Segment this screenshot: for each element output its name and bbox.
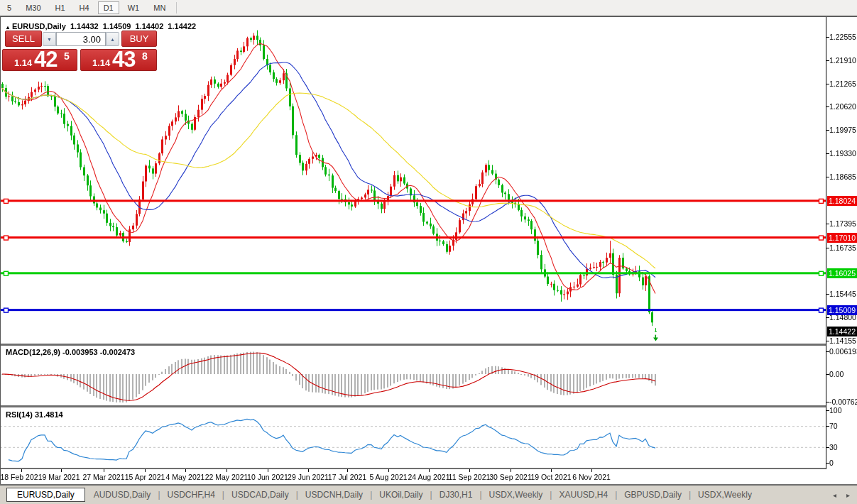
buy-price-fraction: 8 <box>142 50 148 62</box>
timeframe-button-mn[interactable]: MN <box>148 1 171 14</box>
symbol-tab-bar: EURUSD,DailyAUDUSD,Daily|USDCHF,H4|USDCA… <box>0 484 857 504</box>
tab-divider: | <box>293 490 301 500</box>
tab-divider: | <box>686 490 694 500</box>
collapse-triangle-icon[interactable]: ▴ <box>6 24 9 31</box>
date-tick-label: 19 Oct 2021 <box>530 473 571 481</box>
date-tick-label: 4 May 2021 <box>166 473 205 481</box>
date-tick-label: 5 Aug 2021 <box>369 473 407 481</box>
date-tick-label: 22 May 2021 <box>205 473 249 481</box>
rsi-axis-label: 30 <box>829 443 838 451</box>
tab-usdcad-daily[interactable]: USDCAD,Daily <box>227 488 293 501</box>
sell-price-fraction: 5 <box>64 50 70 62</box>
date-tick-label: 24 Aug 2021 <box>408 473 450 481</box>
volume-decrease-icon[interactable]: ▾ <box>43 32 56 46</box>
tab-divider: | <box>219 490 227 500</box>
date-tick-label: 30 Sep 2021 <box>489 473 532 481</box>
tab-usdcnh-daily[interactable]: USDCNH,Daily <box>301 488 367 501</box>
date-tick-label: 11 Sep 2021 <box>449 473 491 481</box>
tab-usdchf-h4[interactable]: USDCHF,H4 <box>163 488 219 501</box>
tab-ukoil-daily[interactable]: UKOil,Daily <box>375 488 427 501</box>
tab-audusd-daily[interactable]: AUDUSD,Daily <box>89 488 155 501</box>
rsi-axis-label: 0 <box>829 459 834 467</box>
macd-axis-label: 0.00 <box>829 370 844 378</box>
date-tick-label: 17 Jul 2021 <box>328 473 366 481</box>
tab-gbpusd-daily[interactable]: GBPUSD,Daily <box>620 488 686 501</box>
price-tick-label: 1.22555 <box>829 33 856 41</box>
date-tick-label: 18 Feb 2021 <box>1 473 43 481</box>
buy-price-pips: 43 <box>112 47 135 72</box>
price-level-badge: 1.18024 <box>827 196 857 206</box>
ohlc-low: 1.14402 <box>136 22 164 31</box>
volume-increase-icon[interactable]: ▴ <box>106 32 119 46</box>
date-tick-label: 6 Nov 2021 <box>572 473 611 481</box>
date-tick-label: 9 Mar 2021 <box>42 473 80 481</box>
date-tick-label: 27 Mar 2021 <box>83 473 125 481</box>
date-tick-label: 29 Jun 2021 <box>288 473 329 481</box>
price-tick-label: 1.19330 <box>829 149 856 158</box>
trading-platform-window: 5M30H1H4D1W1MN ▴EURUSD,Daily 1.14432 1.1… <box>0 0 857 504</box>
toolbar-separator <box>176 2 177 13</box>
macd-axis-label: -0.007621 <box>829 398 857 406</box>
timeframe-button-h1[interactable]: H1 <box>50 1 71 14</box>
volume-input[interactable] <box>56 32 106 46</box>
tab-usdx-weekly[interactable]: USDX,Weekly <box>485 488 547 501</box>
tab-divider: | <box>427 490 435 500</box>
macd-axis-label: 0.006193 <box>829 347 857 356</box>
tab-scroll-right-icon[interactable]: ▸ <box>846 491 850 499</box>
timeframe-button-m30[interactable]: M30 <box>20 1 46 14</box>
chart-symbol-label: EURUSD,Daily <box>12 22 66 31</box>
price-level-badge: 1.16025 <box>827 268 857 278</box>
chart-title: ▴EURUSD,Daily 1.14432 1.14509 1.14402 1.… <box>6 22 198 31</box>
rsi-axis-label: 70 <box>829 422 838 430</box>
price-tick-label: 1.19975 <box>829 126 856 134</box>
macd-indicator-label: MACD(12,26,9) -0.003953 -0.002473 <box>6 348 135 356</box>
tab-divider: | <box>367 490 375 500</box>
buy-price-base: 1.14 <box>92 57 110 68</box>
tab-divider: | <box>547 490 555 500</box>
timeframe-button-5[interactable]: 5 <box>1 1 17 14</box>
timeframe-toolbar: 5M30H1H4D1W1MN <box>0 0 857 16</box>
ohlc-high: 1.14509 <box>103 22 131 31</box>
sell-price-pips: 42 <box>34 47 57 72</box>
ohlc-open: 1.14432 <box>70 22 99 31</box>
price-level-badge: 1.15009 <box>827 305 857 315</box>
buy-price-box[interactable]: 1.14 43 8 <box>80 49 157 71</box>
price-tick-label: 1.21910 <box>829 56 856 65</box>
tab-usdx-weekly[interactable]: USDX,Weekly <box>694 488 756 501</box>
sell-price-base: 1.14 <box>14 57 32 68</box>
rsi-axis-label: 100 <box>829 406 842 415</box>
price-tick-label: 1.14155 <box>829 336 856 345</box>
price-tick-label: 1.18685 <box>829 172 856 181</box>
buy-button[interactable]: BUY <box>121 31 157 47</box>
price-tick-label: 1.20620 <box>829 102 856 111</box>
tab-eurusd-daily[interactable]: EURUSD,Daily <box>6 488 85 502</box>
main-chart-canvas[interactable] <box>0 17 857 484</box>
date-tick-label: 15 Apr 2021 <box>125 473 165 481</box>
price-tick-label: 1.16735 <box>829 243 856 252</box>
ohlc-close: 1.14422 <box>168 22 196 31</box>
sell-button[interactable]: SELL <box>5 31 42 47</box>
timeframe-button-w1[interactable]: W1 <box>122 1 146 14</box>
price-tick-label: 1.17395 <box>829 219 856 228</box>
tab-divider: | <box>476 490 484 500</box>
sell-price-box[interactable]: 1.14 42 5 <box>2 49 77 71</box>
tab-xauusd-h4[interactable]: XAUUSD,H4 <box>555 488 612 501</box>
timeframe-button-d1[interactable]: D1 <box>98 1 119 14</box>
timeframe-button-h4[interactable]: H4 <box>74 1 95 14</box>
tab-scroll-left-icon[interactable]: ◂ <box>833 491 836 499</box>
rsi-indicator-label: RSI(14) 31.4814 <box>6 410 63 419</box>
price-tick-label: 1.15445 <box>829 290 856 298</box>
tab-dj30-h1[interactable]: DJ30,H1 <box>435 488 477 501</box>
price-level-badge: 1.17010 <box>827 233 857 243</box>
tab-divider: | <box>612 490 620 500</box>
price-level-badge: 1.14422 <box>827 327 857 336</box>
tab-divider: | <box>155 490 163 500</box>
price-tick-label: 1.21265 <box>829 80 856 88</box>
date-tick-label: 10 Jun 2021 <box>247 473 288 481</box>
tab-scroll-arrows: ◂ ▸ <box>833 486 850 504</box>
one-click-trade-panel: SELL ▾ ▴ BUY 1.14 42 5 1.14 43 8 <box>2 31 157 71</box>
